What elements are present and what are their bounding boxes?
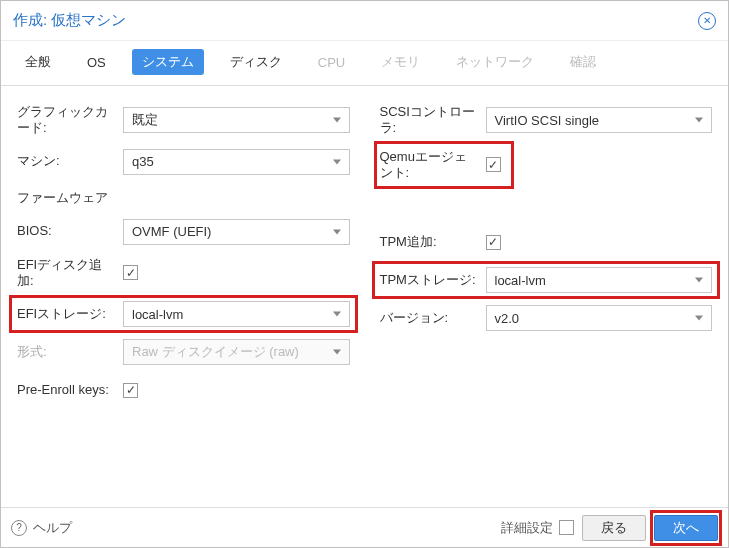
format-select: Raw ディスクイメージ (raw) bbox=[123, 339, 350, 365]
tpm-version-select[interactable]: v2.0 bbox=[486, 305, 713, 331]
next-button-wrap: 次へ bbox=[654, 515, 718, 541]
row-efistorage: EFIストレージ: local-lvm bbox=[17, 301, 350, 327]
help-button[interactable]: ? ヘルプ bbox=[11, 519, 72, 537]
tab-memory: メモリ bbox=[371, 49, 430, 75]
tpm-version-label: バージョン: bbox=[380, 310, 480, 326]
efistorage-select[interactable]: local-lvm bbox=[123, 301, 350, 327]
efidisk-checkbox[interactable] bbox=[123, 265, 138, 280]
tab-os[interactable]: OS bbox=[77, 51, 116, 74]
qemu-agent-label: Qemuエージェント: bbox=[380, 149, 480, 182]
qemu-agent-checkbox[interactable] bbox=[486, 157, 501, 172]
efistorage-value: local-lvm bbox=[132, 307, 183, 322]
row-format: 形式: Raw ディスクイメージ (raw) bbox=[17, 339, 350, 365]
machine-label: マシン: bbox=[17, 153, 117, 169]
tpm-storage-select[interactable]: local-lvm bbox=[486, 267, 713, 293]
scsi-select[interactable]: VirtIO SCSI single bbox=[486, 107, 713, 133]
machine-select[interactable]: q35 bbox=[123, 149, 350, 175]
left-column: グラフィックカード: 既定 マシン: q35 ファームウェア BIOS: OVM… bbox=[17, 104, 350, 497]
preenroll-checkbox[interactable] bbox=[123, 383, 138, 398]
preenroll-label: Pre-Enroll keys: bbox=[17, 382, 117, 398]
help-label: ヘルプ bbox=[33, 519, 72, 537]
row-graphic-card: グラフィックカード: 既定 bbox=[17, 104, 350, 137]
advanced-checkbox[interactable] bbox=[559, 520, 574, 535]
dialog-header: 作成: 仮想マシン bbox=[1, 1, 728, 41]
back-button[interactable]: 戻る bbox=[582, 515, 646, 541]
graphic-card-value: 既定 bbox=[132, 111, 158, 129]
tab-confirm: 確認 bbox=[560, 49, 606, 75]
tab-network: ネットワーク bbox=[446, 49, 544, 75]
graphic-card-select[interactable]: 既定 bbox=[123, 107, 350, 133]
machine-value: q35 bbox=[132, 154, 154, 169]
row-tpm-add: TPM追加: bbox=[380, 229, 713, 255]
format-label: 形式: bbox=[17, 344, 117, 360]
scsi-label: SCSIコントローラ: bbox=[380, 104, 480, 137]
row-qemu-agent: Qemuエージェント: bbox=[380, 149, 713, 182]
bios-label: BIOS: bbox=[17, 223, 117, 239]
bios-select[interactable]: OVMF (UEFI) bbox=[123, 219, 350, 245]
spacer bbox=[380, 193, 713, 217]
row-efidisk: EFIディスク追加: bbox=[17, 257, 350, 290]
tab-general[interactable]: 全般 bbox=[15, 49, 61, 75]
tab-disk[interactable]: ディスク bbox=[220, 49, 292, 75]
tab-bar: 全般 OS システム ディスク CPU メモリ ネットワーク 確認 bbox=[1, 41, 728, 86]
bios-value: OVMF (UEFI) bbox=[132, 224, 211, 239]
tpm-add-label: TPM追加: bbox=[380, 234, 480, 250]
tab-system[interactable]: システム bbox=[132, 49, 204, 75]
efidisk-label: EFIディスク追加: bbox=[17, 257, 117, 290]
tpm-version-value: v2.0 bbox=[495, 311, 520, 326]
tpm-add-checkbox[interactable] bbox=[486, 235, 501, 250]
advanced-toggle[interactable]: 詳細設定 bbox=[501, 519, 574, 537]
row-preenroll: Pre-Enroll keys: bbox=[17, 377, 350, 403]
graphic-card-label: グラフィックカード: bbox=[17, 104, 117, 137]
create-vm-dialog: 作成: 仮想マシン 全般 OS システム ディスク CPU メモリ ネットワーク… bbox=[0, 0, 729, 548]
right-column: SCSIコントローラ: VirtIO SCSI single Qemuエージェン… bbox=[380, 104, 713, 497]
tpm-storage-value: local-lvm bbox=[495, 273, 546, 288]
back-label: 戻る bbox=[601, 519, 627, 537]
dialog-title: 作成: 仮想マシン bbox=[13, 11, 126, 30]
scsi-value: VirtIO SCSI single bbox=[495, 113, 600, 128]
efistorage-label: EFIストレージ: bbox=[17, 306, 117, 322]
row-machine: マシン: q35 bbox=[17, 149, 350, 175]
row-bios: BIOS: OVMF (UEFI) bbox=[17, 219, 350, 245]
dialog-footer: ? ヘルプ 詳細設定 戻る 次へ bbox=[1, 507, 728, 547]
close-icon[interactable] bbox=[698, 12, 716, 30]
firmware-section-label: ファームウェア bbox=[17, 189, 350, 207]
help-icon: ? bbox=[11, 520, 27, 536]
row-tpm-storage: TPMストレージ: local-lvm bbox=[380, 267, 713, 293]
row-tpm-version: バージョン: v2.0 bbox=[380, 305, 713, 331]
tpm-storage-label: TPMストレージ: bbox=[380, 272, 480, 288]
next-label: 次へ bbox=[673, 519, 699, 537]
format-value: Raw ディスクイメージ (raw) bbox=[132, 343, 299, 361]
tab-cpu: CPU bbox=[308, 51, 355, 74]
next-button[interactable]: 次へ bbox=[654, 515, 718, 541]
row-scsi: SCSIコントローラ: VirtIO SCSI single bbox=[380, 104, 713, 137]
advanced-label: 詳細設定 bbox=[501, 519, 553, 537]
dialog-body: グラフィックカード: 既定 マシン: q35 ファームウェア BIOS: OVM… bbox=[1, 86, 728, 507]
